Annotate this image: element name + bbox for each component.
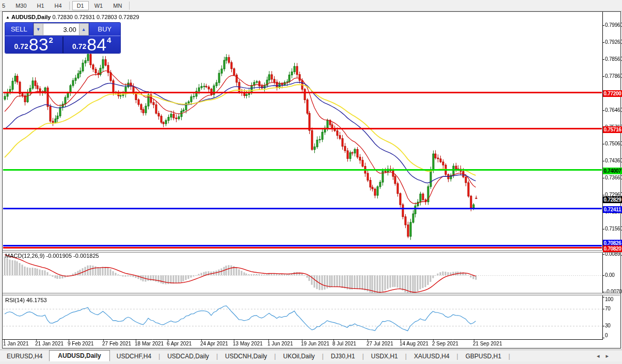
tab-scroll-arrows: ◂▸ [597, 353, 615, 359]
date-label: 19 Jun 2021 [301, 341, 329, 346]
price-axis-label: 0.79260 [605, 39, 622, 45]
date-label: 13 May 2021 [233, 341, 263, 346]
chart-tab-usdx[interactable]: USDX,H1 [364, 351, 405, 361]
price-axis-label: 0.76460 [605, 107, 622, 113]
price-axis-label: 0.73660 [605, 175, 622, 180]
sell-price[interactable]: 0.72 83 2 [5, 37, 63, 53]
panel-toggle-icon[interactable]: ▲ [6, 15, 10, 20]
price-axis-label: 0.78560 [605, 56, 622, 62]
timeframe-button-h4[interactable]: H4 [50, 1, 67, 10]
sell-price-big: 83 [29, 37, 49, 52]
tab-separator: | [508, 353, 510, 360]
date-label: 14 Aug 2021 [400, 341, 428, 346]
chart-tab-bar: EURUSD,H4AUDUSD,DailyUSDCHF,H4|USDCAD,Da… [0, 350, 622, 362]
macd-axis-label: 0.00 [605, 272, 615, 278]
timeframe-button-d1[interactable]: D1 [72, 1, 89, 10]
level-price-badge: 0.77200 [603, 90, 622, 97]
tab-separator: | [362, 353, 364, 360]
tab-separator: | [216, 353, 218, 360]
tab-scroll-right-icon[interactable]: ▸ [605, 353, 615, 359]
date-label: 27 Jul 2021 [366, 341, 393, 346]
price-axis-label: 0.75060 [605, 141, 622, 146]
date-label: 18 Mar 2021 [135, 341, 164, 346]
buy-price[interactable]: 0.72 84 4 [63, 37, 121, 53]
chart-tab-usdchf[interactable]: USDCHF,H4 [110, 351, 158, 361]
rsi-axis-label: 70 [605, 306, 611, 311]
price-axis-label: 0.71560 [605, 226, 622, 231]
rsi-indicator-label: RSI(14) 46.1753 [5, 297, 47, 303]
pane-splitter-rsi[interactable] [3, 293, 620, 295]
chart-tab-usdcnh[interactable]: USDCNH,Daily [218, 351, 274, 361]
tab-separator: | [322, 353, 324, 360]
timeframe-button-w1[interactable]: W1 [90, 1, 108, 10]
date-label: 1 Jan 2021 [3, 341, 29, 346]
level-price-badge: 0.75716 [603, 126, 622, 133]
macd-indicator-label: MACD(12,26,9) -0.001905 -0.001825 [5, 253, 99, 259]
one-click-trading-panel: SELL ▼ 3.00 ▲ BUY 0.72 83 2 0.72 84 4 [5, 23, 120, 53]
chart-tab-dj30[interactable]: DJ30,H1 [324, 351, 362, 361]
level-price-badge: 0.72411 [603, 206, 622, 213]
volume-input[interactable]: 3.00 [43, 23, 79, 36]
date-label: 24 Apr 2021 [200, 341, 228, 346]
sell-price-prefix: 0.72 [14, 42, 28, 51]
buy-price-sup: 4 [107, 36, 111, 44]
price-axis-label: 0.74360 [605, 158, 622, 163]
tab-separator: | [158, 353, 160, 360]
rsi-axis-label: 0 [605, 333, 608, 338]
ohlc-values: 0.72830 0.72931 0.72803 0.72829 [52, 14, 139, 20]
date-label: 21 Jan 2021 [35, 341, 63, 346]
price-axis-label: 0.77860 [605, 73, 622, 79]
timeframe-button-h1[interactable]: H1 [33, 1, 49, 10]
volume-stepper: ▼ 3.00 ▲ [34, 23, 89, 36]
date-label: 6 Apr 2021 [167, 341, 192, 346]
rsi-axis-label: 30 [605, 323, 611, 328]
level-price-badge: 0.74007 [603, 168, 622, 174]
sell-price-sup: 2 [49, 36, 53, 44]
current-price-badge: 0.72829 [603, 196, 622, 203]
buy-price-prefix: 0.72 [72, 42, 86, 51]
chart-title: ▲ AUDUSD,Daily 0.72830 0.72931 0.72803 0… [6, 14, 139, 20]
chart-tab-audusd[interactable]: AUDUSD,Daily [49, 350, 109, 361]
volume-decrease-icon[interactable]: ▼ [34, 23, 43, 36]
date-label: 27 Feb 2021 [102, 341, 131, 346]
rsi-axis-label: 100 [605, 296, 613, 302]
chart-tab-xauusd[interactable]: XAUUSD,H4 [407, 351, 456, 361]
price-axis-label: 0.79960 [605, 22, 622, 28]
chart-tab-eurusd[interactable]: EURUSD,H4 [0, 351, 49, 361]
chart-canvas[interactable] [0, 0, 622, 364]
date-label: 1 Jun 2021 [267, 341, 293, 346]
date-label: 21 Sep 2021 [473, 341, 502, 346]
timeframe-button-m30[interactable]: M30 [11, 1, 31, 10]
chart-tab-usdcad[interactable]: USDCAD,Daily [161, 351, 216, 361]
date-label: 8 Jul 2021 [332, 341, 356, 346]
chart-tab-gbpusd[interactable]: GBPUSD,H1 [459, 351, 508, 361]
timeframe-button-5[interactable]: 5 [1, 1, 10, 10]
tab-separator: | [274, 353, 276, 360]
date-label: 9 Feb 2021 [68, 341, 94, 346]
tab-separator: | [457, 353, 458, 360]
timeframe-button-mn[interactable]: MN [108, 1, 126, 10]
chart-tab-ukoil[interactable]: UKOil,Daily [276, 351, 321, 361]
status-strip [0, 361, 622, 364]
tab-scroll-left-icon[interactable]: ◂ [597, 353, 606, 359]
volume-increase-icon[interactable]: ▲ [79, 23, 89, 36]
date-label: 2 Sep 2021 [432, 341, 458, 346]
timeframe-toolbar: 5M30H1H4D1W1MN [0, 0, 622, 11]
toolbar-separator [69, 2, 70, 10]
tab-separator: | [405, 353, 407, 360]
level-price-badge: 0.70820 [603, 245, 622, 252]
toolbar-separator [129, 2, 130, 10]
symbol-label: AUDUSD,Daily [11, 14, 51, 20]
buy-price-big: 84 [87, 37, 106, 52]
